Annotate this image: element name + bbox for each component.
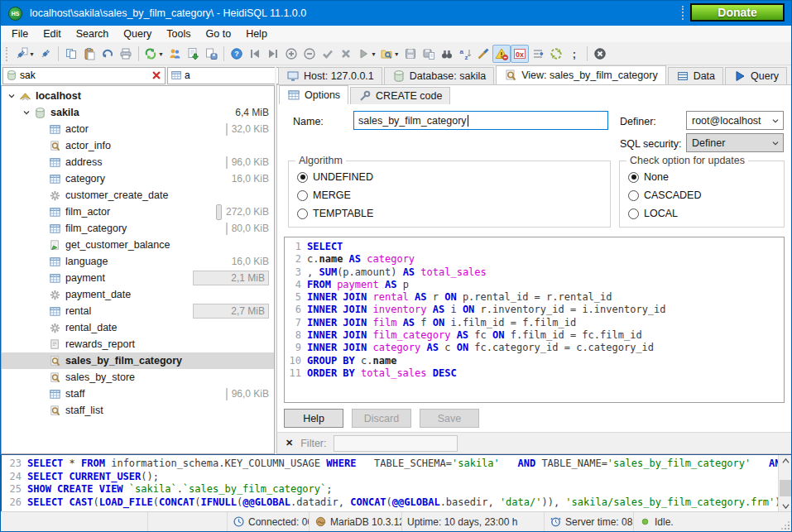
discard-changes-button[interactable]: [337, 45, 355, 63]
tree-item-payment_date[interactable]: payment_date: [2, 286, 274, 303]
tree-item-actor[interactable]: actor32,0 KiB: [2, 121, 274, 137]
user-manager-button[interactable]: [166, 45, 184, 63]
session-manager-button[interactable]: ▼: [13, 45, 36, 63]
tree-item-get_customer_balance[interactable]: get_customer_balance: [2, 237, 274, 253]
menu-edit[interactable]: Edit: [36, 26, 69, 41]
radio-temptable[interactable]: TEMPTABLE: [297, 208, 373, 219]
subtab-options[interactable]: Options: [279, 85, 348, 104]
replace-button[interactable]: az: [456, 45, 474, 63]
menu-search[interactable]: Search: [69, 26, 117, 41]
menu-go-to[interactable]: Go to: [199, 26, 239, 41]
clear-filter-icon[interactable]: [151, 69, 162, 81]
single-queries-button[interactable]: ;: [565, 45, 583, 63]
tree-item-staff_list[interactable]: staff_list: [2, 402, 274, 419]
log-scrollbar[interactable]: [778, 455, 792, 512]
print-button[interactable]: [117, 45, 135, 63]
toolbar-separator: [58, 46, 59, 61]
tree-item-sakila[interactable]: sakila6,4 MiB: [2, 104, 274, 121]
tree-item-customer_create_date[interactable]: customer_create_date: [2, 187, 274, 204]
radio-none[interactable]: None: [628, 171, 669, 183]
delete-row-button[interactable]: [300, 45, 319, 63]
tree-item-payment[interactable]: payment2,1 MiB: [2, 270, 274, 286]
help-button[interactable]: Help: [284, 409, 343, 428]
hex-view-button[interactable]: 0x: [511, 45, 529, 63]
chevron-down-icon[interactable]: [20, 108, 32, 117]
radio-local[interactable]: LOCAL: [628, 208, 678, 219]
insert-row-button[interactable]: [282, 45, 300, 63]
tab-database-sakila[interactable]: Database: sakila: [384, 67, 494, 84]
dropdown-arrow-icon[interactable]: ▼: [29, 51, 35, 57]
export-database-button[interactable]: [184, 45, 202, 63]
plus-circle-icon: [285, 47, 298, 60]
apply-changes-button[interactable]: [319, 45, 337, 63]
menu-file[interactable]: File: [4, 26, 36, 41]
dropdown-arrow-icon[interactable]: ▼: [371, 51, 377, 57]
new-query-tab-button[interactable]: [789, 67, 792, 84]
save-sql-as-button[interactable]: [420, 45, 438, 63]
reconnect-button[interactable]: [547, 45, 565, 63]
indent-button[interactable]: [529, 45, 547, 63]
save-sql-button[interactable]: [401, 45, 420, 63]
code-line: 1SELECT: [285, 241, 784, 253]
code-line: 25SHOW CREATE VIEW `sakila`.`sales_by_fi…: [2, 483, 778, 496]
tree-item-category[interactable]: category16,0 KiB: [2, 170, 274, 187]
menu-tools[interactable]: Tools: [159, 26, 198, 41]
tree-item-film_category[interactable]: film_category80,0 KiB: [2, 220, 274, 237]
refresh-button[interactable]: ▼: [142, 45, 166, 63]
database-filter-input[interactable]: [20, 69, 148, 81]
disconnect-button[interactable]: [36, 45, 55, 63]
cancel-query-button[interactable]: [591, 45, 609, 63]
radio-cascaded[interactable]: CASCADED: [628, 189, 701, 201]
undo-button[interactable]: [98, 45, 117, 63]
chevron-down-icon[interactable]: [5, 91, 17, 101]
warn-unsafe-button[interactable]: [492, 45, 511, 63]
first-row-button[interactable]: [246, 45, 264, 63]
view-sql-editor[interactable]: 1SELECT2c.name AS category3, SUM(p.amoun…: [284, 237, 785, 403]
menu-query[interactable]: Query: [116, 26, 159, 41]
sql-security-dropdown[interactable]: Definer: [686, 133, 784, 152]
scrollbar-thumb[interactable]: [780, 480, 791, 496]
tree-item-rental_date[interactable]: rental_date: [2, 319, 274, 336]
database-filter-box[interactable]: [2, 67, 166, 84]
radio-undefined[interactable]: UNDEFINED: [297, 171, 373, 183]
find-button[interactable]: [438, 45, 456, 63]
tree-item-sales_by_store[interactable]: sales_by_store: [2, 369, 274, 386]
tree-item-actor_info[interactable]: actor_info: [2, 137, 274, 154]
tree-item-staff[interactable]: staff96,0 KiB: [2, 386, 274, 402]
subtab-create-code[interactable]: CREATE code: [350, 87, 450, 104]
dropdown-arrow-icon[interactable]: ▼: [394, 51, 400, 57]
donate-button[interactable]: Donate: [690, 3, 785, 22]
definer-combobox[interactable]: root@localhost: [686, 111, 784, 130]
help-button[interactable]: ?: [228, 45, 246, 63]
tree-item-rewards_report[interactable]: rewards_report: [2, 336, 274, 352]
clear-editor-button[interactable]: [474, 45, 492, 63]
radio-merge[interactable]: MERGE: [297, 189, 351, 201]
tree-item-language[interactable]: language16,0 KiB: [2, 253, 274, 270]
tree-item-localhost[interactable]: localhost: [2, 88, 274, 104]
app-icon[interactable]: HS: [8, 7, 22, 21]
tab-data[interactable]: Data: [668, 67, 723, 84]
tree-item-address[interactable]: address96,0 KiB: [2, 154, 274, 170]
procedure-icon: [49, 338, 61, 351]
dropdown-arrow-icon[interactable]: ▼: [158, 51, 164, 57]
scroll-up-icon[interactable]: [779, 455, 792, 467]
editor-filter-input[interactable]: [334, 435, 458, 452]
view-name-input[interactable]: sales_by_film_category: [353, 111, 608, 130]
open-sql-file-button[interactable]: ▼: [378, 45, 401, 63]
tree-item-sales_by_film_category[interactable]: sales_by_film_category: [2, 352, 274, 369]
tree-item-rental[interactable]: rental2,7 MiB: [2, 303, 274, 319]
menu-help[interactable]: Help: [238, 26, 275, 41]
tab-query[interactable]: Query: [725, 67, 787, 84]
copy-button[interactable]: [62, 45, 80, 63]
grid-export-button[interactable]: [202, 45, 220, 63]
last-row-button[interactable]: [264, 45, 282, 63]
execute-sql-button[interactable]: ▼: [355, 45, 378, 63]
tab-host-127-0-0-1[interactable]: Host: 127.0.0.1: [278, 67, 382, 84]
resize-grip[interactable]: [788, 528, 790, 530]
close-filter-icon[interactable]: ✕: [286, 438, 293, 448]
tree-item-film_actor[interactable]: film_actor272,0 KiB: [2, 204, 274, 220]
paste-button[interactable]: [80, 45, 98, 63]
tab-view-sales-by-film-category[interactable]: View: sales_by_film_category: [496, 65, 665, 84]
scroll-down-icon[interactable]: [779, 500, 792, 512]
line-number: 11: [285, 367, 301, 380]
